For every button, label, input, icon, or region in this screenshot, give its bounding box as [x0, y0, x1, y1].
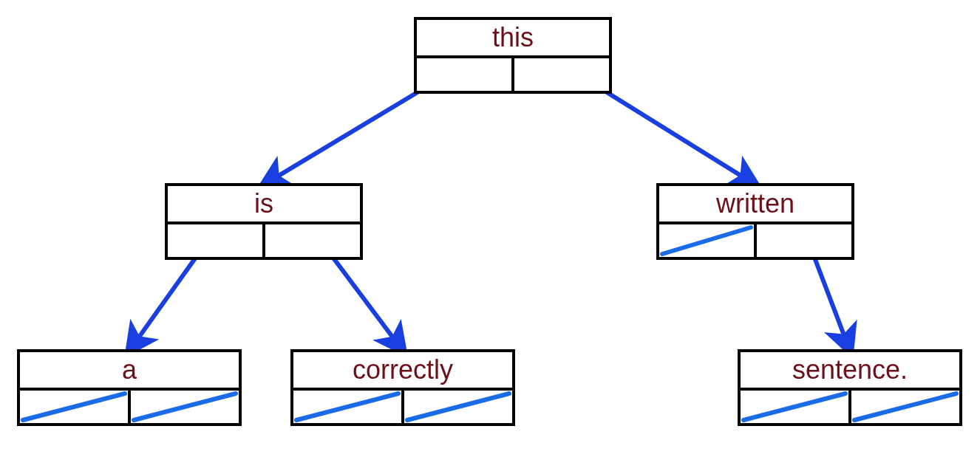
- tree-node-this: this: [415, 18, 610, 92]
- tree-node-label: is: [254, 188, 273, 219]
- tree-node-a: a: [18, 351, 240, 425]
- binary-tree-diagram: thisiswrittenacorrectlysentence.: [0, 0, 980, 474]
- tree-node-label: this: [492, 22, 534, 52]
- tree-node-label: correctly: [353, 354, 453, 385]
- tree-node-label: sentence.: [792, 354, 908, 385]
- tree-node-sentence: sentence.: [739, 351, 961, 425]
- tree-node-written: written: [658, 185, 853, 258]
- tree-node-label: a: [122, 354, 137, 385]
- tree-node-label: written: [715, 188, 794, 219]
- tree-node-correctly: correctly: [292, 351, 514, 425]
- tree-node-is: is: [166, 185, 361, 258]
